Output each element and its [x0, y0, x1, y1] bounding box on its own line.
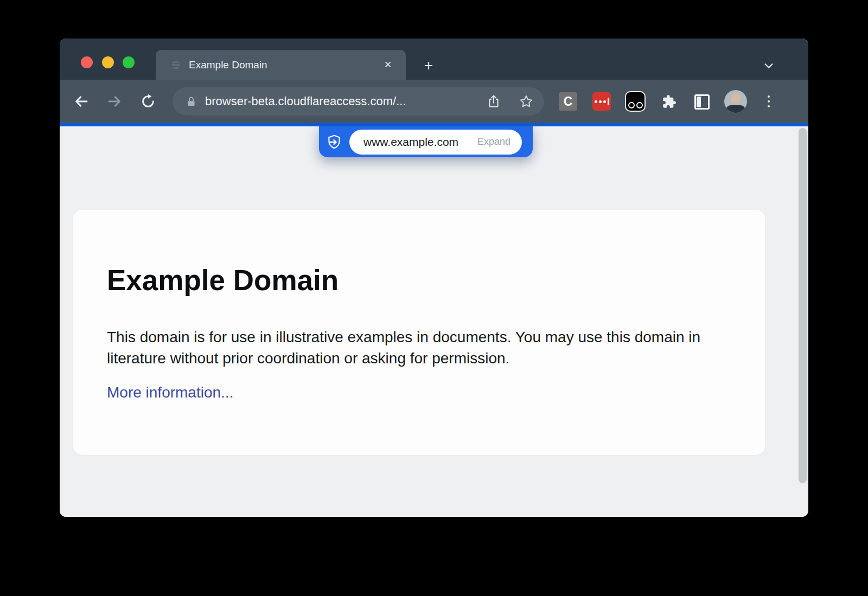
traffic-light-zoom[interactable] — [123, 56, 135, 68]
lastpass-dot — [595, 100, 597, 103]
back-arrow-icon — [73, 93, 90, 110]
side-panel-button[interactable] — [694, 94, 710, 110]
puzzle-icon — [662, 94, 676, 109]
menu-dot — [768, 100, 770, 103]
tab-strip: Example Domain ✕ + — [60, 39, 808, 80]
circle-glyph — [628, 102, 635, 108]
menu-dot — [768, 95, 770, 98]
example-domain-card: Example Domain This domain is for use in… — [73, 210, 765, 455]
expand-button[interactable]: Expand — [477, 136, 510, 148]
circle-glyph — [636, 102, 643, 108]
avatar-head — [731, 93, 741, 104]
lock-icon — [186, 96, 197, 107]
shield-arrow-icon — [326, 134, 342, 150]
extensions-puzzle-button[interactable] — [660, 92, 678, 111]
reload-button[interactable] — [136, 89, 160, 113]
globe-favicon-icon — [170, 59, 181, 71]
chevron-down-icon — [763, 60, 775, 72]
new-tab-button[interactable]: + — [418, 55, 439, 76]
tab-search-chevron-button[interactable] — [758, 55, 779, 76]
tab-close-icon[interactable]: ✕ — [381, 58, 395, 72]
forward-button[interactable] — [103, 89, 126, 113]
lastpass-dot — [603, 100, 606, 103]
lastpass-cursor-bar — [608, 98, 609, 105]
reload-icon — [140, 93, 156, 110]
dark-extension-icon[interactable] — [625, 91, 646, 112]
toolbar: browser-beta.cloudflareaccess.com/... C — [60, 80, 808, 123]
isolation-banner[interactable]: www.example.com Expand — [319, 126, 533, 157]
bookmark-star-icon[interactable] — [519, 94, 533, 108]
url-text: browser-beta.cloudflareaccess.com/... — [205, 94, 487, 108]
page-viewport: www.example.com Expand Example Domain Th… — [60, 126, 808, 517]
scrollbar-thumb[interactable] — [799, 128, 807, 483]
page-paragraph: This domain is for use in illustrative e… — [107, 326, 732, 369]
more-information-link[interactable]: More information... — [107, 384, 233, 401]
extension-c-icon[interactable]: C — [559, 92, 577, 111]
back-button[interactable] — [69, 89, 93, 113]
avatar-body — [726, 105, 745, 113]
forward-arrow-icon — [106, 93, 123, 110]
tab-title: Example Domain — [189, 59, 381, 71]
browser-window: Example Domain ✕ + — [60, 39, 808, 517]
tab-example-domain[interactable]: Example Domain ✕ — [156, 50, 406, 80]
page-title: Example Domain — [107, 210, 765, 297]
share-icon[interactable] — [487, 94, 501, 108]
isolated-hostname: www.example.com — [363, 136, 458, 149]
traffic-light-close[interactable] — [81, 56, 93, 68]
lastpass-dot — [599, 100, 602, 103]
profile-avatar[interactable] — [724, 90, 747, 113]
traffic-light-minimize[interactable] — [102, 56, 114, 68]
browser-menu-button[interactable] — [762, 89, 776, 113]
isolation-hostname-pill[interactable]: www.example.com Expand — [349, 130, 522, 155]
lastpass-extension-icon[interactable] — [592, 92, 611, 111]
menu-dot — [768, 105, 770, 108]
address-bar[interactable]: browser-beta.cloudflareaccess.com/... — [173, 87, 544, 116]
side-panel-fill — [697, 97, 701, 107]
